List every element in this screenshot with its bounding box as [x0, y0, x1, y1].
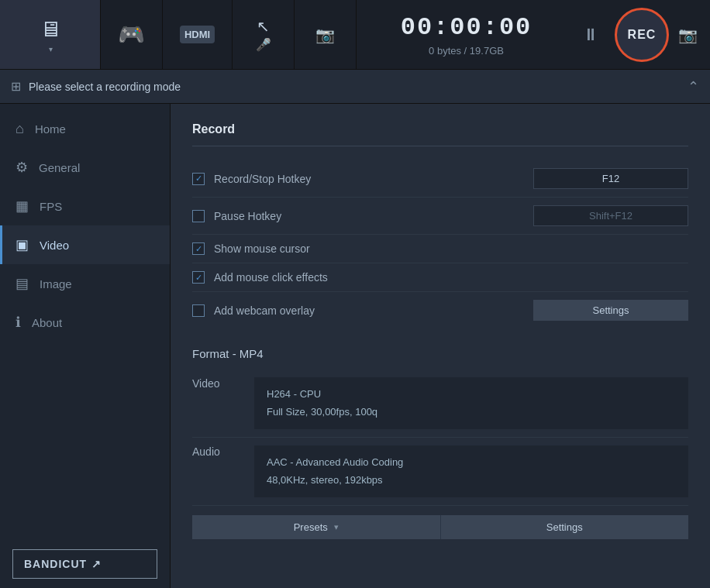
toolbar: 🖥 ▾ 🎮 HDMI ↖ 🎤 📷 00:00:00 0 bytes / 19.7…	[0, 0, 710, 70]
content-area: Record Record/Stop Hotkey Pause Hotkey S…	[171, 104, 710, 588]
option-row-record-stop: Record/Stop Hotkey	[192, 160, 688, 198]
pause-button[interactable]: ⏸	[576, 22, 605, 48]
cursor-icon: ↖	[257, 17, 270, 36]
video-line2: Full Size, 30,00fps, 100q	[267, 406, 377, 418]
home-icon: ⌂	[16, 121, 24, 137]
format-settings-button[interactable]: Settings	[441, 515, 689, 539]
mic-icon: 🎤	[256, 37, 271, 52]
label-add-webcam-overlay: Add webcam overlay	[214, 304, 533, 317]
checkbox-pause-hotkey[interactable]	[192, 210, 205, 222]
bandicut-label: BANDICUT	[24, 558, 87, 570]
label-record-stop-hotkey: Record/Stop Hotkey	[214, 173, 533, 185]
rec-button[interactable]: REC	[615, 8, 669, 62]
sidebar-label-general: General	[39, 161, 80, 174]
grid-icon: ⊞	[11, 79, 21, 94]
cursor-cam-section: ↖ 🎤	[233, 0, 295, 69]
audio-line1: AAC - Advanced Audio Coding	[267, 456, 403, 468]
option-row-webcam-overlay: Add webcam overlay Settings	[192, 292, 688, 328]
label-show-mouse-cursor: Show mouse cursor	[214, 242, 688, 255]
format-subtitle: - MP4	[229, 347, 264, 360]
option-row-mouse-click-effects: Add mouse click effects	[192, 263, 688, 292]
checkbox-add-mouse-click-effects[interactable]	[192, 271, 205, 284]
format-video-label: Video	[192, 370, 254, 437]
webcam-section: 📷	[295, 0, 357, 69]
main-area: ⌂ Home ⚙ General ▦ FPS ▣ Video ▤ Image ℹ…	[0, 104, 710, 588]
timer-section: 00:00:00 0 bytes / 19.7GB	[357, 13, 576, 57]
checkbox-show-mouse-cursor[interactable]	[192, 242, 205, 255]
checkbox-add-webcam-overlay[interactable]	[192, 304, 205, 317]
collapse-button[interactable]: ⌃	[688, 78, 699, 95]
webcam-settings-button[interactable]: Settings	[533, 300, 688, 321]
hdmi-section[interactable]: HDMI	[163, 0, 233, 69]
format-actions: Presets ▾ Settings	[192, 515, 688, 539]
sidebar-label-about: About	[32, 316, 62, 329]
hotkey-input-record-stop[interactable]	[533, 168, 688, 189]
checkbox-record-stop-hotkey[interactable]	[192, 173, 205, 185]
mode-text: Please select a recording mode	[29, 81, 181, 93]
presets-arrow-icon: ▾	[334, 522, 339, 532]
webcam-icon: 📷	[315, 26, 335, 44]
label-pause-hotkey: Pause Hotkey	[214, 210, 533, 222]
format-audio-value-cell: AAC - Advanced Audio Coding 48,0KHz, ste…	[254, 437, 688, 505]
bandicut-button[interactable]: BANDICUT ↗	[12, 549, 157, 579]
fps-icon: ▦	[16, 198, 29, 215]
sidebar-item-fps[interactable]: ▦ FPS	[0, 187, 170, 225]
gamepad-section[interactable]: 🎮	[101, 0, 163, 69]
monitor-icon: 🖥	[40, 16, 61, 42]
label-add-mouse-click-effects: Add mouse click effects	[214, 271, 688, 284]
hotkey-input-pause[interactable]	[533, 205, 688, 226]
mode-bar-left: ⊞ Please select a recording mode	[11, 79, 181, 94]
snapshot-button[interactable]: 📷	[678, 26, 698, 44]
sidebar-label-video: Video	[40, 239, 69, 252]
sidebar-spacer	[0, 342, 170, 540]
sidebar-item-general[interactable]: ⚙ General	[0, 148, 170, 187]
about-icon: ℹ	[16, 314, 21, 331]
sidebar-item-image[interactable]: ▤ Image	[0, 264, 170, 303]
presets-label: Presets	[294, 521, 328, 533]
option-row-pause: Pause Hotkey	[192, 198, 688, 235]
format-video-value: H264 - CPU Full Size, 30,00fps, 100q	[254, 377, 688, 429]
format-audio-row: Audio AAC - Advanced Audio Coding 48,0KH…	[192, 437, 688, 505]
storage-display: 0 bytes / 19.7GB	[429, 45, 504, 57]
toolbar-controls: ⏸ REC 📷	[576, 8, 710, 62]
option-row-show-mouse: Show mouse cursor	[192, 235, 688, 263]
format-audio-label: Audio	[192, 437, 254, 505]
sidebar-item-home[interactable]: ⌂ Home	[0, 110, 170, 148]
sidebar-item-about[interactable]: ℹ About	[0, 303, 170, 342]
bandicut-arrow-icon: ↗	[91, 558, 102, 570]
audio-line2: 48,0KHz, stereo, 192kbps	[267, 474, 383, 486]
general-icon: ⚙	[16, 159, 28, 176]
screen-capture-section[interactable]: 🖥 ▾	[0, 0, 101, 69]
sidebar-label-image: Image	[40, 277, 72, 291]
mode-bar: ⊞ Please select a recording mode ⌃	[0, 70, 710, 104]
presets-button[interactable]: Presets ▾	[192, 515, 441, 539]
record-divider	[192, 146, 688, 146]
format-audio-value: AAC - Advanced Audio Coding 48,0KHz, ste…	[254, 445, 688, 497]
video-icon: ▣	[16, 236, 29, 253]
sidebar: ⌂ Home ⚙ General ▦ FPS ▣ Video ▤ Image ℹ…	[0, 104, 171, 588]
record-section-title: Record	[192, 122, 688, 136]
format-video-value-cell: H264 - CPU Full Size, 30,00fps, 100q	[254, 370, 688, 437]
image-icon: ▤	[16, 275, 29, 292]
screen-dropdown-arrow[interactable]: ▾	[49, 45, 53, 53]
format-table: Video H264 - CPU Full Size, 30,00fps, 10…	[192, 370, 688, 506]
video-line1: H264 - CPU	[267, 388, 321, 400]
hdmi-icon: HDMI	[180, 26, 215, 43]
record-options: Record/Stop Hotkey Pause Hotkey Show mou…	[192, 160, 688, 328]
format-title-text: Format	[192, 347, 229, 360]
sidebar-item-video[interactable]: ▣ Video	[0, 225, 170, 264]
format-video-row: Video H264 - CPU Full Size, 30,00fps, 10…	[192, 370, 688, 437]
sidebar-label-home: Home	[35, 122, 66, 136]
sidebar-label-fps: FPS	[40, 200, 62, 213]
timer-display: 00:00:00	[401, 13, 532, 42]
format-section-title: Format - MP4	[192, 347, 688, 360]
gamepad-icon: 🎮	[118, 22, 145, 47]
